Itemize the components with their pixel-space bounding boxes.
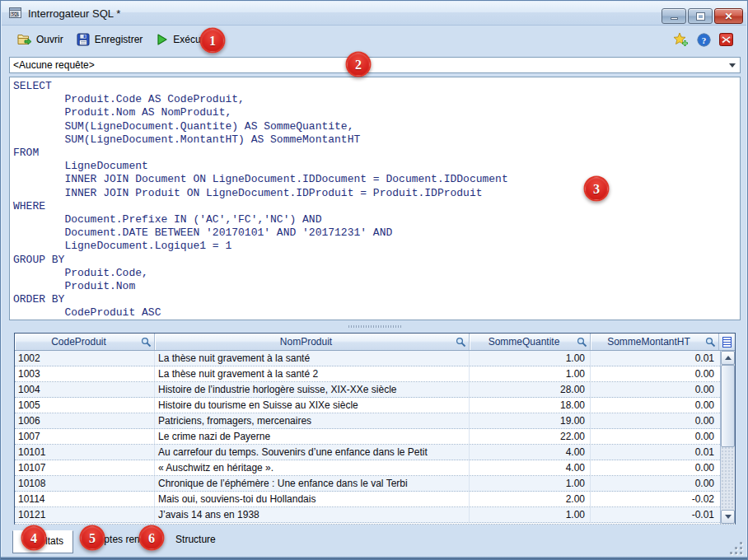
- cell-codeproduit: 1002: [15, 351, 155, 366]
- help-button[interactable]: ?: [693, 29, 715, 51]
- cell-nomproduit: La thèse nuit gravement à la santé: [155, 351, 470, 366]
- cell-codeproduit: 10114: [15, 492, 155, 506]
- close-button[interactable]: ✕: [714, 8, 743, 24]
- cell-sommequantite: 4.00: [470, 445, 591, 460]
- cell-codeproduit: 10121: [15, 507, 155, 522]
- splitter-grip-icon: [348, 325, 401, 328]
- star-plus-icon: [673, 32, 689, 47]
- cell-codeproduit: 10108: [15, 476, 155, 491]
- resize-grip[interactable]: [730, 542, 742, 554]
- column-header-codeproduit[interactable]: CodeProduit: [15, 334, 155, 350]
- query-selector-combobox[interactable]: <Aucune requête>: [9, 57, 741, 73]
- table-row[interactable]: 1002 La thèse nuit gravement à la santé …: [15, 351, 720, 366]
- minimize-button[interactable]: [662, 8, 686, 24]
- cell-nomproduit: « Auschwitz en héritage ».: [155, 460, 470, 475]
- cell-nomproduit: Mais oui, souviens-toi du Hollandais: [155, 492, 470, 506]
- annotation-badge: 1: [200, 28, 226, 54]
- cell-sommequantite: 1.00: [470, 476, 591, 491]
- search-icon: [456, 337, 466, 348]
- column-header-sommemontantht[interactable]: SommeMontantHT: [591, 334, 719, 350]
- cell-sommequantite: 1.00: [470, 366, 591, 381]
- svg-text:?: ?: [702, 35, 707, 44]
- toolbar: Ouvrir Enregistrer Exécuter: [4, 26, 744, 54]
- close-query-button[interactable]: [715, 29, 737, 50]
- titlebar: SQL Interrogateur SQL * ✕: [2, 2, 746, 26]
- scroll-up-button[interactable]: [721, 351, 735, 365]
- scrollbar-thumb[interactable]: [721, 365, 735, 447]
- cell-sommemontantht: -0.01: [591, 507, 719, 522]
- window-title: Interrogateur SQL *: [28, 7, 120, 20]
- cell-sommequantite: 4.00: [470, 460, 591, 475]
- cell-nomproduit: Histoire du tourisme en Suisse au XIXe s…: [155, 398, 470, 413]
- cell-nomproduit: J’avais 14 ans en 1938: [155, 507, 470, 522]
- favorite-add-button[interactable]: [669, 28, 693, 51]
- table-row[interactable]: 10101 Au carrefour du temps. Souvenirs d…: [15, 445, 720, 460]
- grid-header: CodeProduit NomProduit SommeQuantite: [15, 334, 735, 351]
- close-icon: ✕: [724, 12, 732, 21]
- cell-codeproduit: 1004: [15, 382, 155, 397]
- maximize-icon: [697, 13, 704, 20]
- app-sql-window-icon: SQL: [9, 7, 23, 20]
- cell-sommequantite: 1.00: [470, 351, 591, 366]
- column-header-nomproduit[interactable]: NomProduit: [155, 334, 470, 350]
- svg-text:SQL: SQL: [12, 12, 20, 16]
- results-grid: CodeProduit NomProduit SommeQuantite: [14, 333, 736, 525]
- open-button-label: Ouvrir: [36, 34, 63, 45]
- open-folder-icon: [17, 33, 31, 46]
- table-row[interactable]: 10108 Chronique de l’éphémère : Une enfa…: [15, 476, 720, 492]
- search-icon: [577, 337, 587, 348]
- cell-sommequantite: 18.00: [470, 398, 591, 413]
- chevron-down-icon: [729, 63, 736, 68]
- annotation-badge: 6: [139, 525, 165, 551]
- cell-sommemontantht: 0.01: [591, 351, 719, 366]
- vertical-scrollbar[interactable]: [720, 351, 735, 524]
- table-row[interactable]: 1007 Le crime nazi de Payerne 22.00 0.00: [15, 429, 720, 445]
- cell-sommequantite: 1.00: [470, 507, 591, 522]
- query-selector-value: <Aucune requête>: [13, 59, 95, 71]
- annotation-badge: 2: [346, 52, 372, 77]
- cell-sommemontantht: -0.02: [591, 492, 719, 506]
- execute-play-icon: [156, 33, 168, 46]
- annotation-badge: 4: [21, 525, 47, 551]
- table-row[interactable]: 10121 J’avais 14 ans en 1938 1.00 -0.01: [15, 507, 720, 523]
- table-row[interactable]: 1006 Patriciens, fromagers, mercenaires …: [15, 413, 720, 429]
- save-button-label: Enregistrer: [95, 34, 143, 45]
- cell-sommequantite: 28.00: [470, 382, 591, 397]
- red-x-icon: [719, 33, 733, 46]
- table-row[interactable]: 10107 « Auschwitz en héritage ». 4.00 0.…: [15, 460, 720, 476]
- cell-codeproduit: 1003: [15, 366, 155, 381]
- minimize-icon: [671, 17, 678, 20]
- annotation-badge: 5: [80, 525, 105, 551]
- help-icon: ?: [697, 33, 711, 47]
- cell-sommemontantht: 0.00: [591, 382, 719, 397]
- maximize-button[interactable]: [688, 8, 713, 24]
- cell-codeproduit: 10107: [15, 460, 155, 475]
- tab-structure[interactable]: Structure: [166, 529, 226, 550]
- cell-sommequantite: 19.00: [470, 413, 591, 428]
- table-row[interactable]: 10114 Mais oui, souviens-toi du Hollanda…: [15, 492, 720, 507]
- splitter-handle[interactable]: [9, 321, 741, 331]
- table-row[interactable]: 1004 Histoire de l’industrie horlogère s…: [15, 382, 720, 398]
- cell-sommemontantht: 0.00: [591, 398, 719, 413]
- cell-sommemontantht: 0.00: [591, 476, 719, 491]
- cell-codeproduit: 1007: [15, 429, 155, 444]
- sql-editor[interactable]: SELECT Produit.Code AS CodeProduit, Prod…: [9, 77, 741, 320]
- column-chooser-button[interactable]: [719, 334, 735, 350]
- arrow-down-icon: [725, 515, 732, 519]
- open-button[interactable]: Ouvrir: [11, 29, 70, 50]
- column-header-sommequantite[interactable]: SommeQuantite: [470, 334, 591, 350]
- cell-codeproduit: 1006: [15, 413, 155, 428]
- save-button[interactable]: Enregistrer: [70, 29, 150, 50]
- cell-nomproduit: Patriciens, fromagers, mercenaires: [155, 413, 470, 428]
- search-icon: [705, 337, 716, 348]
- sql-interrogator-window: SQL Interrogateur SQL * ✕ Ouvrir: [0, 0, 748, 560]
- scroll-down-button[interactable]: [721, 510, 735, 524]
- cell-codeproduit: 1005: [15, 398, 155, 413]
- annotation-badge: 3: [584, 176, 610, 202]
- table-row[interactable]: 1003 La thèse nuit gravement à la santé …: [15, 366, 720, 382]
- cell-sommemontantht: 0.00: [591, 366, 719, 381]
- search-icon: [141, 337, 152, 348]
- table-row[interactable]: 1005 Histoire du tourisme en Suisse au X…: [15, 398, 720, 413]
- cell-sommemontantht: 0.01: [591, 445, 719, 460]
- cell-codeproduit: 10101: [15, 445, 155, 460]
